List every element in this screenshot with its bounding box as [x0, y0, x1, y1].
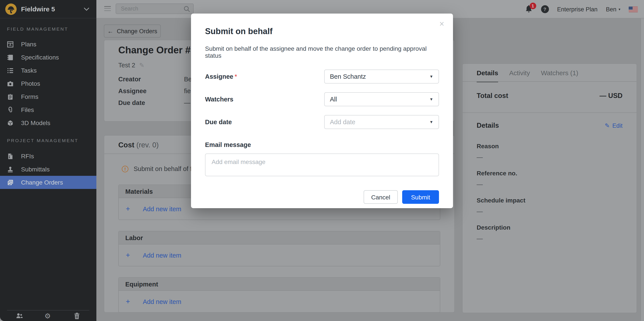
topbar-right: 1 ? Enterprise Plan Ben ▾ [524, 0, 638, 18]
trash-icon[interactable] [73, 312, 80, 320]
search-box [116, 3, 194, 14]
rfi-document-icon [7, 153, 14, 160]
details-section-title: Details [477, 122, 499, 130]
search-input[interactable] [116, 4, 187, 13]
detail-field-description: Description — [477, 224, 510, 242]
back-to-change-orders-button[interactable]: ← Change Orders [104, 24, 161, 38]
assignee-select[interactable]: Ben Schantz ▼ [324, 70, 439, 84]
watchers-row: Watchers All ▼ [205, 92, 439, 106]
sidebar: Fieldwire 5 FIELD MANAGEMENT Plans Speci… [0, 0, 96, 321]
sidebar-item-forms[interactable]: Forms [0, 90, 96, 103]
close-icon[interactable]: × [440, 20, 444, 28]
watchers-label: Watchers [205, 96, 233, 103]
field-label: Reason [477, 143, 499, 150]
files-icon [7, 107, 14, 113]
details-panel: Details Activity Watchers (1) Total cost… [462, 63, 637, 313]
tab-watchers[interactable]: Watchers (1) [541, 69, 578, 82]
cost-section-labor: Labor + Add new item [118, 231, 440, 266]
field-label: Reference no. [477, 170, 517, 177]
sidebar-item-rfis[interactable]: RFIs [0, 150, 96, 163]
sidebar-item-plans[interactable]: Plans [0, 38, 96, 51]
detail-field-reason: Reason — [477, 143, 499, 160]
people-icon[interactable] [16, 312, 23, 320]
add-item-row: + Add new item [119, 291, 440, 312]
email-message-label: Email message [205, 141, 439, 148]
notifications-bell-icon[interactable]: 1 [524, 5, 532, 13]
edit-title-pencil-icon[interactable]: ✎ [139, 62, 144, 69]
total-cost-row: Total cost — USD [477, 92, 622, 100]
add-new-item-link[interactable]: Add new item [143, 298, 181, 305]
dropdown-caret-icon: ▼ [429, 97, 433, 101]
notification-badge: 1 [530, 3, 536, 9]
vertical-scrollbar[interactable] [640, 18, 644, 321]
cost-section-title: Labor [119, 231, 440, 244]
submit-on-behalf-modal: × Submit on behalf Submit on behalf of t… [191, 13, 453, 208]
watchers-select[interactable]: All ▼ [324, 92, 439, 106]
specifications-icon [7, 54, 14, 61]
tasks-icon [7, 67, 14, 74]
sidebar-item-photos[interactable]: Photos [0, 77, 96, 90]
cost-revision: (rev. 0) [136, 141, 159, 149]
hamburger-menu-icon[interactable] [104, 6, 111, 11]
details-section-header: Details ✎ Edit [477, 122, 622, 130]
divider [463, 112, 636, 113]
workspace-name: Fieldwire 5 [21, 5, 84, 13]
sidebar-item-label: Photos [21, 80, 40, 87]
us-flag-icon[interactable] [629, 6, 638, 12]
total-cost-label: Total cost [477, 92, 508, 100]
user-menu[interactable]: Ben ▾ [606, 6, 620, 12]
field-value: — [477, 208, 526, 215]
sidebar-item-3d-models[interactable]: 3D Models [0, 116, 96, 130]
tab-activity[interactable]: Activity [509, 69, 530, 82]
field-value: — [477, 181, 517, 188]
search-icon[interactable] [184, 6, 190, 12]
sidebar-item-label: Specifications [21, 54, 59, 61]
cancel-button[interactable]: Cancel [364, 190, 398, 204]
add-new-item-link[interactable]: Add new item [143, 252, 181, 259]
workspace-switcher[interactable]: Fieldwire 5 [0, 0, 96, 18]
plus-icon[interactable]: + [126, 297, 130, 306]
modal-buttons: Cancel Submit [205, 190, 439, 204]
field-label: Description [477, 224, 510, 231]
submit-button[interactable]: Submit [402, 190, 439, 204]
plan-label: Enterprise Plan [557, 6, 598, 12]
plus-icon[interactable]: + [126, 204, 130, 213]
due-date-picker[interactable]: Add date ▼ [324, 115, 439, 129]
change-orders-icon [7, 179, 14, 186]
plus-icon[interactable]: + [126, 251, 130, 260]
sidebar-item-label: Forms [21, 93, 38, 100]
field-value: — [477, 235, 510, 242]
user-name: Ben [606, 6, 616, 12]
sidebar-item-label: Tasks [21, 67, 37, 74]
stamp-icon [7, 166, 14, 172]
sidebar-item-specifications[interactable]: Specifications [0, 51, 96, 64]
email-message-input[interactable] [205, 154, 439, 176]
sidebar-item-files[interactable]: Files [0, 103, 96, 116]
sidebar-item-tasks[interactable]: Tasks [0, 64, 96, 77]
sidebar-item-submittals[interactable]: Submittals [0, 163, 96, 176]
meta-label: Assignee [118, 87, 184, 96]
forms-icon [7, 93, 14, 100]
detail-field-schedule-impact: Schedule impact — [477, 197, 526, 215]
details-panel-tabs: Details Activity Watchers (1) [477, 69, 578, 82]
assignee-label: Assignee* [205, 73, 237, 80]
chevron-down-icon [84, 7, 89, 11]
assignee-value: Ben Schantz [330, 73, 366, 80]
meta-label: Due date [118, 99, 184, 108]
tab-details[interactable]: Details [477, 69, 498, 82]
sidebar-item-label: RFIs [21, 153, 34, 160]
back-arrow-icon: ← [107, 28, 113, 34]
sidebar-item-label: Files [21, 106, 34, 113]
app-window: Fieldwire 5 FIELD MANAGEMENT Plans Speci… [0, 0, 644, 321]
add-new-item-link[interactable]: Add new item [143, 205, 181, 212]
gear-icon[interactable]: ⚙ [44, 312, 52, 320]
cost-heading: Cost (rev. 0) [118, 141, 159, 149]
subtitle-text: Test 2 [118, 62, 135, 69]
cost-title: Cost [118, 141, 134, 149]
help-icon[interactable]: ? [541, 5, 549, 13]
due-date-row: Due date Add date ▼ [205, 115, 439, 129]
assignee-row: Assignee* Ben Schantz ▼ [205, 70, 439, 84]
sidebar-item-label: Change Orders [21, 179, 63, 186]
sidebar-item-change-orders[interactable]: Change Orders [0, 176, 96, 189]
edit-details-link[interactable]: ✎ Edit [605, 122, 622, 129]
